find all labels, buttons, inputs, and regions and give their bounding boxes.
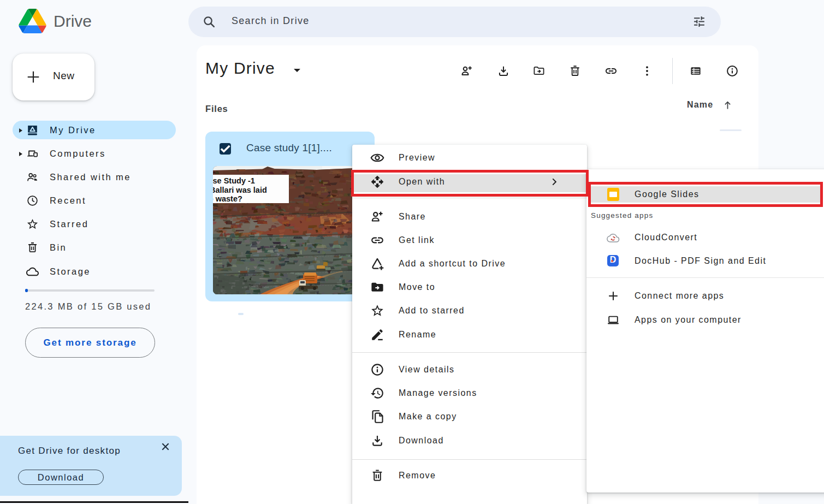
svg-text:to waste?: to waste? xyxy=(213,194,242,203)
svg-text:Ballari was laid: Ballari was laid xyxy=(213,186,267,194)
svg-text:Case Study -1: Case Study -1 xyxy=(213,176,255,185)
